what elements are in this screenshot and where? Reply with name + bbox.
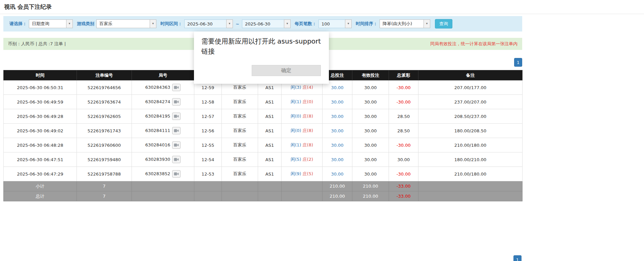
cell-payout: 28.50	[389, 124, 418, 138]
cell-payout: -30.00	[389, 167, 418, 181]
cell-valid-bet: 30.00	[352, 109, 389, 124]
summary-cell-3	[194, 191, 222, 201]
video-replay-button[interactable]	[172, 141, 181, 149]
cell-payout: 30.00	[389, 152, 418, 167]
table-row: 2025-06-30 06:49:28522619762605630284195…	[4, 109, 523, 124]
cell-round-id: 630284363	[132, 80, 194, 95]
summary-cell-3	[194, 181, 222, 191]
total-bet-link[interactable]: 30.00	[331, 157, 343, 162]
total-bet-link[interactable]: 30.00	[331, 172, 343, 177]
open-link-dialog: 需要使用新应用以打开此 asus-support 链接 确定	[194, 31, 329, 84]
page-header: 视讯 会员下注纪录	[0, 0, 644, 14]
page-size-combobox: ▼	[318, 19, 352, 28]
cell-game: 百家乐	[222, 167, 258, 181]
cell-total-bet: 30.00	[323, 124, 352, 138]
game-type-dropdown-button[interactable]: ▼	[150, 19, 156, 28]
cell-remark: 208.50/237.00	[418, 109, 523, 124]
dialog-ok-button[interactable]: 确定	[252, 65, 321, 76]
total-bet-link[interactable]: 30.00	[331, 85, 343, 90]
summary-cell-8: 210.00	[352, 191, 389, 201]
cell-time: 2025-06-30 06:49:02	[4, 124, 77, 138]
chevron-down-icon: ▼	[68, 22, 71, 25]
summary-cell-5	[258, 181, 282, 191]
select-type-input[interactable]	[29, 19, 66, 28]
summary-cell-9: -33.00	[389, 191, 418, 201]
cell-time: 2025-06-30 06:50:31	[4, 80, 77, 95]
video-replay-icon	[174, 100, 179, 104]
cell-table-round: 12-54	[194, 152, 222, 167]
cell-remark: 237.00/207.00	[418, 95, 523, 109]
cell-remark: 210.00/180.00	[418, 167, 523, 181]
video-replay-button[interactable]	[172, 156, 181, 163]
cell-game: 百家乐	[222, 109, 258, 124]
records-table: 时间注单编号局号总投注有效投注总派彩备注 2025-06-30 06:50:31…	[3, 70, 523, 201]
table-summary-row: 总计7210.00210.00-33.00	[4, 191, 523, 201]
table-row: 2025-06-30 06:49:02522619761743630284111…	[4, 124, 523, 138]
cell-round-id: 630284195	[132, 109, 194, 124]
column-header-0: 时间	[4, 70, 77, 80]
cell-site: AS1	[258, 138, 282, 152]
filter-bar: 请选择： ▼ 游戏类别 ▼ 时间区间： ▼ ~ ▼ 每页笔数：	[3, 16, 522, 31]
date-from-input[interactable]	[184, 19, 227, 28]
cell-time: 2025-06-30 06:47:29	[4, 167, 77, 181]
date-to-dropdown-button[interactable]: ▼	[284, 19, 291, 28]
video-replay-button[interactable]	[172, 170, 181, 178]
date-from-combobox: ▼	[184, 19, 233, 28]
result-banker: 庄(5)	[303, 171, 313, 176]
cell-result: 闲(9) 庄(5)	[282, 167, 323, 181]
page-size-input[interactable]	[318, 19, 345, 28]
total-bet-link[interactable]: 30.00	[331, 143, 343, 148]
cell-time: 2025-06-30 06:48:28	[4, 138, 77, 152]
result-player: 闲(1)	[291, 142, 301, 147]
table-row: 2025-06-30 06:49:59522619763674630284274…	[4, 95, 523, 109]
cell-round-id: 630283852	[132, 167, 194, 181]
total-bet-link[interactable]: 30.00	[331, 128, 343, 133]
cell-valid-bet: 30.00	[352, 124, 389, 138]
summary-cell-0: 总计	[4, 191, 77, 201]
video-replay-icon	[174, 157, 179, 161]
result-player: 闲(1)	[291, 99, 301, 104]
cell-table-round: 12-58	[194, 95, 222, 109]
cell-valid-bet: 30.00	[352, 152, 389, 167]
search-button[interactable]: 查询	[435, 19, 452, 28]
cell-site: AS1	[258, 109, 282, 124]
page: 视讯 会员下注纪录 请选择： ▼ 游戏类别 ▼ 时间区间： ▼ ~ ▼	[0, 0, 644, 261]
select-type-dropdown-button[interactable]: ▼	[66, 19, 73, 28]
cell-total-bet: 30.00	[323, 152, 352, 167]
sort-order-dropdown-button[interactable]: ▼	[424, 19, 430, 28]
result-player: 闲(9)	[291, 171, 301, 176]
page-size-label: 每页笔数：	[295, 21, 316, 27]
cell-remark: 207.00/177.00	[418, 80, 523, 95]
total-bet-link[interactable]: 30.00	[331, 100, 343, 105]
cell-game: 百家乐	[222, 95, 258, 109]
page-1-button[interactable]: 1	[514, 58, 522, 67]
summary-cell-0: 小计	[4, 181, 77, 191]
total-bet-link[interactable]: 30.00	[331, 114, 343, 119]
cell-payout: -30.00	[389, 138, 418, 152]
video-replay-button[interactable]	[172, 113, 181, 120]
result-player: 闲(5)	[291, 157, 301, 162]
date-to-input[interactable]	[242, 19, 284, 28]
summary-cell-2	[132, 181, 194, 191]
video-replay-button[interactable]	[172, 84, 181, 91]
video-replay-button[interactable]	[172, 98, 181, 106]
cell-result: 闲(1) 庄(8)	[282, 138, 323, 152]
result-banker: 庄(8)	[303, 128, 313, 133]
sort-order-input[interactable]	[380, 19, 424, 28]
cell-result: 闲(1) 庄(0)	[282, 95, 323, 109]
summary-cell-9: -33.00	[389, 181, 418, 191]
page-size-dropdown-button[interactable]: ▼	[345, 19, 352, 28]
currency-summary-text: 币别：人民币 | 总共 :7 注单 |	[8, 41, 66, 47]
video-replay-button[interactable]	[172, 127, 181, 134]
chevron-down-icon: ▼	[286, 22, 289, 25]
cell-payout: -30.00	[389, 95, 418, 109]
table-row: 2025-06-30 06:47:29522619758788630283852…	[4, 167, 523, 181]
summary-cell-4	[222, 181, 258, 191]
date-from-dropdown-button[interactable]: ▼	[226, 19, 233, 28]
game-type-input[interactable]	[96, 19, 150, 28]
page-1-button-bottom[interactable]: 1	[513, 255, 522, 261]
cell-round-id: 630284111	[132, 124, 194, 138]
cell-result: 闲(5) 庄(2)	[282, 152, 323, 167]
sort-order-label: 时间排序：	[356, 21, 378, 27]
cell-game: 百家乐	[222, 152, 258, 167]
